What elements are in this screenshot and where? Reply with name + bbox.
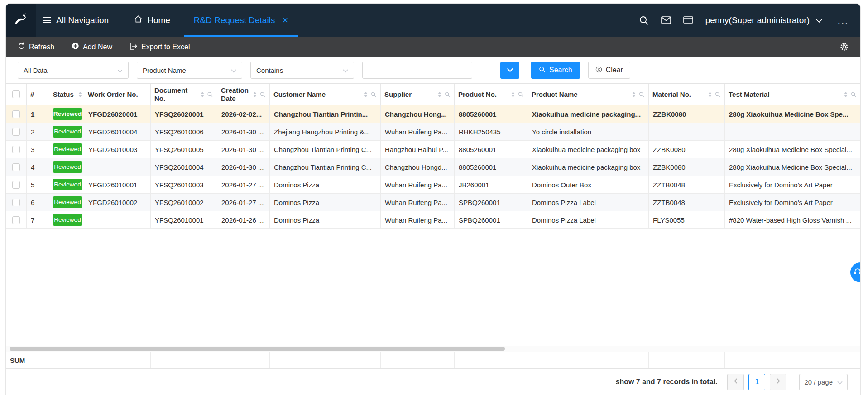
scrollbar-thumb[interactable]	[10, 347, 505, 351]
clear-button[interactable]: Clear	[588, 62, 630, 79]
cell-num: 7	[27, 211, 51, 228]
cell-supplier: Changzhou Hongd...	[381, 158, 455, 176]
settings-gear-icon[interactable]	[840, 43, 849, 51]
table-row[interactable]: 6ReviewedYFGD26010002YFSQ260100022026-01…	[6, 194, 860, 211]
row-checkbox[interactable]	[12, 110, 20, 118]
row-check-cell[interactable]	[6, 194, 27, 211]
row-checkbox[interactable]	[12, 216, 20, 224]
column-search-icon[interactable]	[715, 91, 721, 98]
sort-icon[interactable]	[201, 92, 204, 97]
data-scope-select[interactable]: All Data	[18, 62, 129, 79]
column-search-icon[interactable]	[850, 91, 857, 98]
page-number-button[interactable]: 1	[748, 374, 765, 390]
column-search-icon[interactable]	[518, 91, 524, 98]
table-row[interactable]: 5ReviewedYFGD26010001YFSQ260100032026-01…	[6, 176, 860, 194]
sort-icon[interactable]	[364, 92, 368, 97]
row-checkbox[interactable]	[12, 163, 20, 171]
row-checkbox[interactable]	[12, 146, 20, 153]
select-all-checkbox[interactable]	[12, 90, 20, 98]
mail-icon[interactable]	[661, 16, 671, 24]
table-row[interactable]: 2ReviewedYFGD26010004YFSQ260100062026-01…	[6, 123, 860, 141]
chevron-down-icon	[343, 67, 348, 74]
cell-date: 2026-01-30 ...	[217, 158, 270, 176]
add-new-button[interactable]: Add New	[72, 42, 112, 52]
cell-material: ZZBK0080	[649, 158, 725, 176]
sort-icon[interactable]	[253, 92, 257, 97]
column-header-work_order[interactable]: Work Order No.	[84, 84, 151, 105]
table-row[interactable]: 4ReviewedYFSQ260100042026-01-30 ...Chang…	[6, 158, 860, 176]
search-icon[interactable]	[639, 15, 649, 25]
row-check-cell[interactable]	[6, 141, 27, 158]
column-search-icon[interactable]	[207, 91, 213, 98]
row-check-cell[interactable]	[6, 105, 27, 123]
refresh-button[interactable]: Refresh	[18, 42, 54, 52]
column-header-label: Work Order No.	[88, 90, 147, 99]
workspace-icon[interactable]	[683, 16, 693, 24]
column-header-label: Document No.	[154, 86, 198, 103]
column-header-date[interactable]: Creation Date	[217, 84, 270, 105]
tab-home[interactable]: Home	[122, 4, 182, 37]
sort-icon[interactable]	[511, 92, 515, 97]
tab-close-icon[interactable]: ×	[282, 15, 288, 25]
cell-num: 1	[27, 105, 51, 123]
sum-cell-material	[649, 352, 725, 368]
column-search-icon[interactable]	[370, 91, 377, 98]
cell-product_no: 8805260001	[455, 105, 528, 123]
row-check-cell[interactable]	[6, 123, 27, 140]
sort-icon[interactable]	[708, 92, 712, 97]
table-row[interactable]: 1ReviewedYFGD26020001YFSQ260200012026-02…	[6, 105, 860, 123]
all-navigation-menu[interactable]: All Navigation	[36, 4, 122, 37]
cell-supplier: Wuhan Ruifeng Pa...	[381, 123, 455, 140]
sort-icon[interactable]	[438, 92, 441, 97]
column-header-document[interactable]: Document No.	[151, 84, 217, 105]
column-header-supplier[interactable]: Supplier	[381, 84, 455, 105]
advanced-search-toggle-button[interactable]	[500, 62, 519, 79]
row-checkbox[interactable]	[12, 181, 20, 189]
filter-value-input[interactable]	[362, 62, 472, 79]
export-to-excel-button[interactable]: Export to Excel	[129, 43, 190, 52]
column-header-product_name[interactable]: Product Name	[528, 84, 649, 105]
cell-document: YFSQ26010005	[151, 141, 217, 158]
filter-operator-select[interactable]: Contains	[250, 62, 354, 79]
row-checkbox[interactable]	[12, 199, 20, 206]
chevron-down-icon	[117, 67, 123, 74]
cell-customer: Changzhou Tiantian Printing C...	[270, 141, 381, 158]
column-header-test_material[interactable]: Test Material	[725, 84, 860, 105]
next-page-button[interactable]	[770, 374, 786, 390]
user-menu[interactable]: penny(Super administrator)	[705, 15, 823, 25]
cell-status: Reviewed	[51, 158, 84, 176]
column-header-status[interactable]: Status	[51, 84, 84, 105]
page-size-select[interactable]: 20 / page	[799, 374, 848, 390]
column-header-customer[interactable]: Customer Name	[270, 84, 381, 105]
cell-product_no: JB260001	[455, 176, 528, 193]
tab-rd-request-details[interactable]: R&D Request Details ×	[182, 4, 300, 37]
column-search-icon[interactable]	[444, 91, 451, 98]
status-badge: Reviewed	[53, 161, 82, 173]
cell-num: 2	[27, 123, 51, 140]
column-search-icon[interactable]	[638, 91, 645, 98]
status-badge: Reviewed	[53, 179, 82, 190]
row-checkbox[interactable]	[12, 128, 20, 136]
column-header-material[interactable]: Material No.	[649, 84, 725, 105]
cell-test_material: 280g Xiaokuihua Medicine Box Special...	[725, 141, 860, 158]
horizontal-scrollbar[interactable]	[6, 346, 860, 352]
cell-product_name: Xiaokuihua medicine packaging box	[528, 158, 649, 176]
select-all-header-cell[interactable]	[6, 84, 27, 105]
sort-icon[interactable]	[78, 92, 82, 97]
filter-field-select[interactable]: Product Name	[137, 62, 242, 79]
row-check-cell[interactable]	[6, 158, 27, 176]
app-logo[interactable]	[6, 4, 36, 37]
column-search-icon[interactable]	[259, 91, 266, 98]
table-row[interactable]: 7ReviewedYFSQ260100012026-01-26 ...Domin…	[6, 211, 860, 229]
row-check-cell[interactable]	[6, 176, 27, 193]
sort-icon[interactable]	[844, 92, 848, 97]
search-button[interactable]: Search	[531, 62, 580, 79]
previous-page-button[interactable]	[727, 374, 744, 390]
chevron-down-icon	[837, 378, 843, 386]
cell-test_material: 280g Xiaokuihua Medicine Box Special...	[725, 158, 860, 176]
sort-icon[interactable]	[632, 92, 636, 97]
table-row[interactable]: 3ReviewedYFGD26010003YFSQ260100052026-01…	[6, 141, 860, 158]
row-check-cell[interactable]	[6, 211, 27, 228]
column-header-product_no[interactable]: Product No.	[455, 84, 528, 105]
column-header-num[interactable]: #	[27, 84, 51, 105]
